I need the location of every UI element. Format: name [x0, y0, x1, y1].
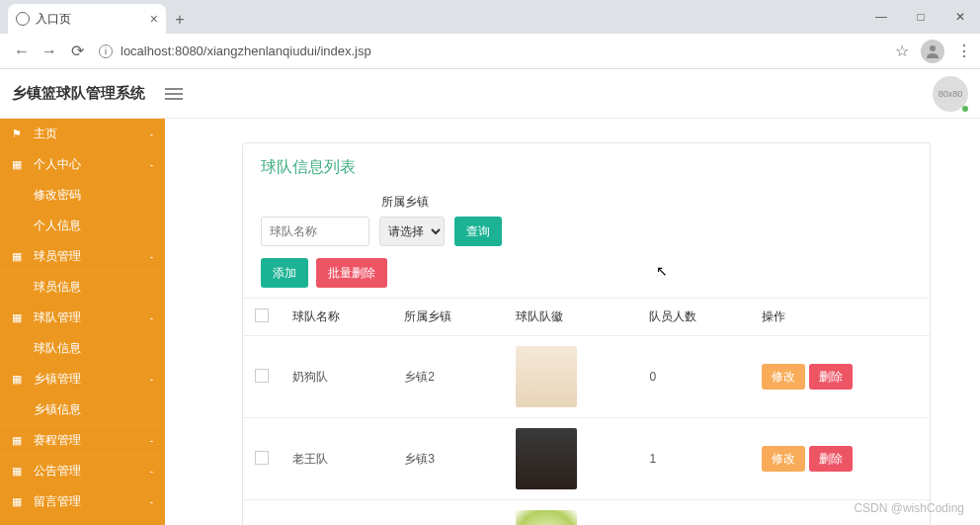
cell-badge: [504, 418, 637, 500]
close-tab-icon[interactable]: ×: [150, 11, 158, 27]
chevron-down-icon: ‐: [150, 466, 153, 477]
th-badge: 球队队徽: [504, 299, 637, 336]
cell-count: 1: [637, 418, 749, 500]
chevron-down-icon: ‐: [150, 129, 153, 139]
url-field[interactable]: i localhost:8080/xiangzhenlanqiudui/inde…: [99, 44, 895, 58]
sidebar-item-11[interactable]: ▦公告管理‐: [0, 456, 165, 486]
sidebar-item-12[interactable]: ▦留言管理‐: [0, 486, 165, 517]
row-checkbox[interactable]: [255, 451, 269, 465]
grid-icon: ▦: [12, 495, 24, 508]
team-table: 球队名称 所属乡镇 球队队徽 队员人数 操作 奶狗队乡镇20修改删除老王队乡镇3…: [243, 298, 930, 525]
sidebar-item-7[interactable]: 球队信息: [0, 333, 165, 364]
sidebar-item-2[interactable]: 修改密码: [0, 180, 165, 211]
checkbox-all[interactable]: [255, 308, 269, 322]
card-title: 球队信息列表: [243, 143, 930, 188]
sidebar-item-8[interactable]: ▦乡镇管理‐: [0, 364, 165, 394]
cell-action: 修改删除: [750, 336, 930, 418]
sidebar-item-label: 公告管理: [34, 463, 81, 480]
team-badge-image: [516, 510, 577, 525]
main-content: 球队信息列表 所属乡镇 请选择 查询 添加 批量删除: [165, 69, 980, 525]
chevron-down-icon: ‐: [150, 374, 153, 385]
chevron-down-icon: ‐: [150, 312, 153, 323]
th-count: 队员人数: [637, 299, 749, 336]
app-title: 乡镇篮球队管理系统: [12, 84, 165, 103]
flag-icon: ⚑: [12, 128, 24, 140]
sidebar-item-5[interactable]: 球员信息: [0, 272, 165, 303]
user-avatar[interactable]: 80x80: [933, 76, 968, 112]
table-row: 老王队乡镇31修改删除: [243, 418, 930, 500]
delete-button[interactable]: 删除: [809, 446, 853, 472]
chevron-down-icon: ‐: [150, 435, 153, 446]
team-badge-image: [516, 428, 577, 489]
close-window-icon[interactable]: ✕: [940, 2, 980, 32]
sidebar-item-10[interactable]: ▦赛程管理‐: [0, 425, 165, 456]
cell-name: 奶狗队: [281, 336, 392, 418]
grid-icon: ▦: [12, 465, 24, 478]
batch-delete-button[interactable]: 批量删除: [316, 258, 387, 288]
sidebar-item-4[interactable]: ▦球员管理‐: [0, 241, 165, 272]
forward-icon[interactable]: →: [36, 38, 63, 65]
cell-badge: [504, 500, 637, 526]
reload-icon[interactable]: ⟳: [63, 38, 91, 65]
sidebar-item-label: 修改密码: [34, 187, 81, 204]
row-checkbox[interactable]: [255, 369, 269, 383]
filter-town-label: 所属乡镇: [381, 194, 912, 211]
sidebar-item-label: 乡镇信息: [34, 401, 81, 418]
cell-badge: [504, 336, 637, 418]
delete-button[interactable]: 删除: [809, 364, 853, 390]
info-icon[interactable]: i: [99, 44, 113, 58]
grid-icon: ▦: [12, 250, 24, 263]
sidebar-item-label: 乡镇管理: [34, 371, 81, 388]
address-bar: ← → ⟳ i localhost:8080/xiangzhenlanqiudu…: [0, 34, 980, 69]
chevron-down-icon: ‐: [150, 251, 153, 262]
app-container: 乡镇篮球队管理系统 80x80 ⚑主页‐▦个人中心‐修改密码个人信息▦球员管理‐…: [0, 69, 980, 525]
new-tab-button[interactable]: +: [166, 6, 194, 34]
table-row: 奶狗队乡镇20修改删除: [243, 336, 930, 418]
browser-menu-icon[interactable]: ⋮: [956, 42, 972, 60]
globe-icon: [16, 12, 30, 26]
minimize-icon[interactable]: —: [861, 2, 901, 32]
team-name-input[interactable]: [261, 217, 369, 246]
team-badge-image: [516, 346, 577, 407]
search-button[interactable]: 查询: [454, 217, 502, 246]
cell-town: 乡镇1: [392, 500, 504, 526]
sidebar-item-6[interactable]: ▦球队管理‐: [0, 303, 165, 333]
sidebar-item-label: 主页: [34, 126, 57, 142]
sidebar-item-label: 留言管理: [34, 493, 81, 510]
menu-toggle-icon[interactable]: [165, 88, 183, 100]
town-select[interactable]: 请选择: [379, 217, 445, 246]
sidebar-item-label: 个人中心: [34, 156, 81, 173]
sidebar-item-0[interactable]: ⚑主页‐: [0, 119, 165, 149]
svg-point-0: [930, 45, 936, 51]
sidebar-item-label: 球队管理: [34, 309, 81, 326]
th-town: 所属乡镇: [392, 299, 504, 336]
cell-count: 0: [637, 336, 749, 418]
sidebar-item-3[interactable]: 个人信息: [0, 211, 165, 241]
grid-icon: ▦: [12, 158, 24, 171]
maximize-icon[interactable]: □: [901, 2, 940, 32]
content-card: 球队信息列表 所属乡镇 请选择 查询 添加 批量删除: [242, 142, 931, 525]
cell-town: 乡镇3: [392, 418, 504, 500]
sidebar-item-1[interactable]: ▦个人中心‐: [0, 149, 165, 180]
browser-tab[interactable]: 入口页 ×: [8, 4, 166, 34]
sidebar-item-label: 个人信息: [34, 218, 81, 234]
browser-tab-bar: 入口页 × + — □ ✕: [0, 0, 980, 34]
star-icon[interactable]: ☆: [895, 42, 909, 60]
edit-button[interactable]: 修改: [762, 364, 805, 390]
grid-icon: ▦: [12, 373, 24, 386]
back-icon[interactable]: ←: [8, 38, 36, 65]
th-action: 操作: [750, 299, 930, 336]
sidebar-item-9[interactable]: 乡镇信息: [0, 394, 165, 425]
cell-count: 1: [637, 500, 749, 526]
cell-action: 修改删除: [750, 418, 930, 500]
sidebar-item-label: 赛程管理: [34, 432, 81, 449]
chevron-down-icon: ‐: [150, 159, 153, 170]
edit-button[interactable]: 修改: [762, 446, 805, 472]
cell-name: 菜狗队: [281, 500, 392, 526]
cell-name: 老王队: [281, 418, 392, 500]
cell-town: 乡镇2: [392, 336, 504, 418]
profile-icon[interactable]: [921, 40, 944, 63]
add-button[interactable]: 添加: [261, 258, 308, 288]
tab-title: 入口页: [36, 11, 71, 28]
th-name: 球队名称: [281, 299, 392, 336]
